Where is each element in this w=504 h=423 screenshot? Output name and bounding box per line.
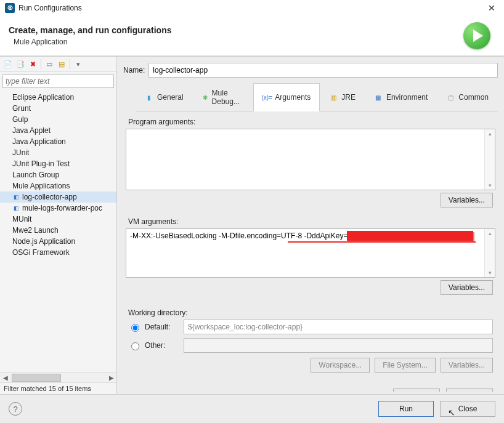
vertical-scrollbar[interactable]: ▴▾ <box>484 229 495 277</box>
tree-item-icon <box>2 138 10 145</box>
vm-args-label: VM arguments: <box>128 217 495 226</box>
tree-item-icon <box>2 127 10 134</box>
tree-leaf[interactable]: ◧log-collector-app <box>0 191 116 203</box>
tree-category[interactable]: JUnit Plug-in Test <box>0 158 116 169</box>
close-button[interactable]: Close <box>440 401 495 417</box>
working-dir-label: Working directory: <box>128 308 495 317</box>
name-label: Name: <box>123 66 145 75</box>
filter-input[interactable] <box>2 75 114 88</box>
tree-item-icon: ◧ <box>12 204 20 212</box>
tree-item-label: Eclipse Application <box>12 92 74 103</box>
tree-category[interactable]: Gulp <box>0 114 116 125</box>
tree-item-icon <box>2 160 10 167</box>
header: Create, manage, and run configurations M… <box>0 16 504 56</box>
arguments-panel: Program arguments: ▴▾ Variables... VM ar… <box>123 111 498 392</box>
tab-environment[interactable]: ▦Environment <box>365 83 437 111</box>
other-dir-field[interactable] <box>184 338 493 353</box>
tab-common[interactable]: ▢Common <box>437 83 498 111</box>
horizontal-scrollbar[interactable]: ◀▶ <box>0 372 116 382</box>
filter-status: Filter matched 15 of 15 items <box>0 382 116 394</box>
tree-category[interactable]: JUnit <box>0 147 116 158</box>
tree-category[interactable]: Mule Applications <box>0 180 116 191</box>
tab-mule-debug[interactable]: ✱Mule Debug... <box>193 83 254 111</box>
program-args-textarea[interactable] <box>126 129 484 190</box>
vm-args-field[interactable]: ▴▾ <box>126 228 495 278</box>
tree-category[interactable]: Mwe2 Launch <box>0 225 116 236</box>
program-variables-button[interactable]: Variables... <box>441 193 493 207</box>
default-radio[interactable]: Default: <box>128 322 184 332</box>
tab-label: Arguments <box>275 93 311 102</box>
program-args-label: Program arguments: <box>128 118 495 126</box>
config-tree[interactable]: Eclipse ApplicationGruntGulpJava AppletJ… <box>0 91 116 372</box>
tree-category[interactable]: Grunt <box>0 103 116 114</box>
tab-arguments[interactable]: (x)=Arguments <box>253 83 320 111</box>
tree-category[interactable]: Java Applet <box>0 125 116 136</box>
tab-label: Mule Debug... <box>212 89 245 106</box>
footer: ? Run Close <box>0 394 504 423</box>
main-panel: Name: ▮General✱Mule Debug...(x)=Argument… <box>117 57 504 394</box>
help-icon[interactable]: ? <box>9 402 22 416</box>
chevron-down-icon[interactable]: ▾ <box>73 58 84 70</box>
tree-item-icon <box>2 94 10 101</box>
vm-variables-button[interactable]: Variables... <box>441 280 493 295</box>
tree-category[interactable]: OSGi Framework <box>0 247 116 258</box>
workspace-button[interactable]: Workspace... <box>311 358 370 373</box>
tree-item-icon <box>2 249 10 256</box>
collapse-all-icon[interactable]: ▭ <box>44 58 55 70</box>
tree-category[interactable]: MUnit <box>0 214 116 225</box>
tree-item-label: Gulp <box>12 114 28 125</box>
run-hero-icon <box>463 22 490 49</box>
tree-item-icon <box>2 182 10 190</box>
tree-category[interactable]: Eclipse Application <box>0 92 116 103</box>
tree-item-icon <box>2 216 10 223</box>
tree-item-label: Grunt <box>12 103 31 114</box>
app-icon: ⦿ <box>5 3 15 13</box>
sidebar: 📄 📑 ✖ ▭ ▤ ▾ Eclipse ApplicationGruntGulp… <box>0 57 117 394</box>
tree-item-label: log-collector-app <box>22 191 77 203</box>
window-title: Run Configurations <box>18 4 484 12</box>
header-subtitle: Mule Application <box>14 38 463 46</box>
filesystem-button[interactable]: File System... <box>375 358 436 373</box>
tab-label: Common <box>458 93 489 102</box>
sidebar-toolbar: 📄 📑 ✖ ▭ ▤ ▾ <box>0 57 116 72</box>
tree-item-icon <box>2 149 10 156</box>
run-button[interactable]: Run <box>378 401 434 417</box>
workdir-variables-button[interactable]: Variables... <box>441 358 493 373</box>
tree-item-icon: ◧ <box>12 193 20 201</box>
new-config-icon[interactable]: 📄 <box>2 58 14 70</box>
tree-item-label: mule-logs-forwarder-poc <box>22 203 102 214</box>
close-icon[interactable]: ✕ <box>484 3 499 13</box>
header-title: Create, manage, and run configurations <box>9 25 463 35</box>
other-radio[interactable]: Other: <box>128 340 184 350</box>
program-args-field[interactable]: ▴▾ <box>126 129 495 190</box>
tree-item-label: MUnit <box>12 214 31 225</box>
tree-item-icon <box>2 238 10 245</box>
tree-category[interactable]: Node.js Application <box>0 236 116 247</box>
tree-item-label: JUnit Plug-in Test <box>12 158 70 169</box>
body: 📄 📑 ✖ ▭ ▤ ▾ Eclipse ApplicationGruntGulp… <box>0 56 504 394</box>
tree-item-icon <box>2 227 10 234</box>
apply-button[interactable]: Apply <box>446 389 493 392</box>
tree-item-label: Java Application <box>12 136 66 147</box>
tree-leaf[interactable]: ◧mule-logs-forwarder-poc <box>0 203 116 214</box>
tree-item-label: Mule Applications <box>12 180 70 191</box>
tab-general[interactable]: ▮General <box>136 83 193 111</box>
name-input[interactable] <box>148 63 498 78</box>
vertical-scrollbar[interactable]: ▴▾ <box>484 129 495 190</box>
tree-category[interactable]: Launch Group <box>0 169 116 180</box>
tree-item-icon <box>2 105 10 112</box>
delete-icon[interactable]: ✖ <box>27 58 38 70</box>
tree-category[interactable]: Java Application <box>0 136 116 147</box>
revert-button[interactable]: Revert <box>393 389 440 392</box>
default-dir-field <box>184 320 493 334</box>
expand-all-icon[interactable]: ▤ <box>56 58 67 70</box>
tree-item-label: OSGi Framework <box>12 247 70 258</box>
tree-item-label: Node.js Application <box>12 236 75 247</box>
tree-item-icon <box>2 116 10 123</box>
tree-item-label: Java Applet <box>12 125 51 136</box>
tab-label: General <box>157 93 184 102</box>
tab-jre[interactable]: ▥JRE <box>320 83 365 111</box>
tab-bar: ▮General✱Mule Debug...(x)=Arguments▥JRE▦… <box>136 83 498 111</box>
duplicate-icon[interactable]: 📑 <box>15 58 26 70</box>
tree-item-label: JUnit <box>12 147 29 158</box>
